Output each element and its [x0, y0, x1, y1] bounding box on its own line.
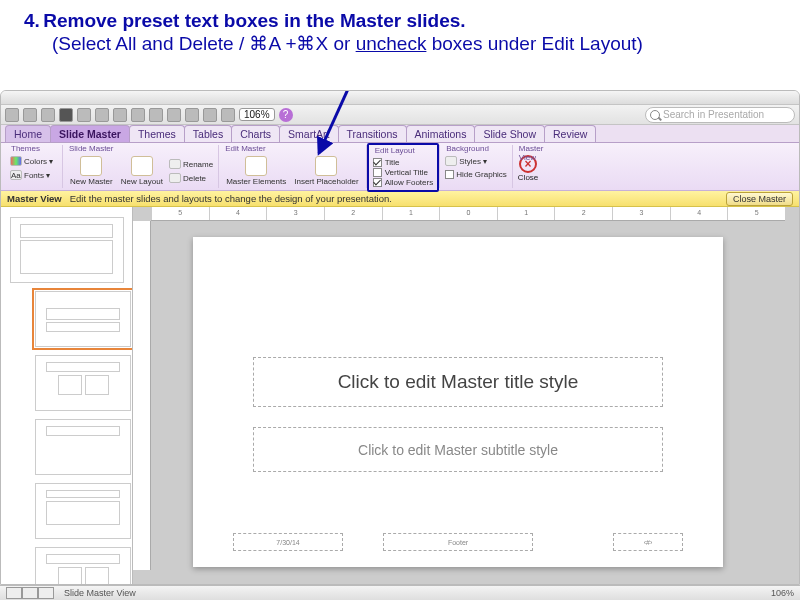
info-bar-label: Master View [7, 193, 62, 204]
normal-view-button[interactable] [6, 587, 22, 599]
search-placeholder: Search in Presentation [663, 109, 764, 120]
styles-button[interactable]: Styles ▾ [445, 156, 507, 166]
slide-canvas[interactable]: 54321012345 Click to edit Master title s… [133, 207, 799, 584]
uncheck-word: uncheck [356, 33, 427, 54]
date-placeholder[interactable]: 7/30/14 [233, 533, 343, 551]
help-icon[interactable]: ? [279, 108, 293, 122]
vertical-title-checkbox[interactable]: Vertical Title [373, 168, 433, 177]
tab-slideshow[interactable]: Slide Show [474, 125, 545, 142]
checkbox-icon [373, 168, 382, 177]
layout-thumbnail[interactable] [35, 547, 131, 584]
step-subline: (Select All and Delete / ⌘A +⌘X or unche… [24, 32, 776, 55]
horizontal-ruler: 54321012345 [151, 207, 785, 221]
status-bar: Slide Master View 106% [0, 585, 800, 600]
group-edit-master: Edit Master Master Elements Insert Place… [219, 145, 367, 188]
page-number-placeholder[interactable]: ‹#› [613, 533, 683, 551]
master-thumbnail[interactable] [10, 217, 124, 283]
zoom-dropdown[interactable]: 106% [239, 108, 275, 121]
new-layout-button[interactable]: New Layout [119, 155, 165, 187]
colors-button[interactable]: Colors ▾ [10, 156, 57, 166]
step-number: 4. [24, 10, 40, 31]
group-master-view: Master View × Close [513, 145, 543, 188]
layout-thumbnail[interactable] [35, 291, 131, 347]
tab-themes[interactable]: Themes [129, 125, 185, 142]
instruction-block: 4. Remove preset text boxes in the Maste… [0, 0, 800, 69]
window-titlebar [1, 91, 799, 105]
tab-slide-master[interactable]: Slide Master [50, 125, 130, 142]
tab-home[interactable]: Home [5, 125, 51, 142]
slideshow-view-button[interactable] [38, 587, 54, 599]
info-bar-text: Edit the master slides and layouts to ch… [70, 193, 392, 204]
checkbox-icon [373, 158, 382, 167]
title-placeholder[interactable]: Click to edit Master title style [253, 357, 663, 407]
edit-layout-highlight: Edit Layout Title Vertical Title Allow F… [367, 143, 439, 192]
paste-icon[interactable] [131, 108, 145, 122]
close-master-button[interactable]: Close Master [726, 192, 793, 206]
vertical-ruler [133, 221, 151, 570]
copy-icon[interactable] [113, 108, 127, 122]
search-box[interactable]: Search in Presentation [645, 107, 795, 123]
master-view-info-bar: Master View Edit the master slides and l… [1, 191, 799, 207]
master-elements-button[interactable]: Master Elements [224, 155, 288, 187]
workspace: 54321012345 Click to edit Master title s… [1, 207, 799, 584]
view-buttons [6, 587, 54, 599]
tab-tables[interactable]: Tables [184, 125, 232, 142]
powerpoint-window: 106% ? Search in Presentation Home Slide… [0, 90, 800, 585]
footer-placeholder[interactable]: Footer [383, 533, 533, 551]
format-icon[interactable] [149, 108, 163, 122]
sorter-view-button[interactable] [22, 587, 38, 599]
ribbon-tabs: Home Slide Master Themes Tables Charts S… [1, 125, 799, 143]
tab-charts[interactable]: Charts [231, 125, 280, 142]
group-background: Background Styles ▾ Hide Graphics [440, 145, 513, 188]
step-title: Remove preset text boxes in the Master s… [43, 10, 465, 31]
qat-icon[interactable] [221, 108, 235, 122]
layout-thumbnail[interactable] [35, 419, 131, 475]
qat-icon[interactable] [41, 108, 55, 122]
title-checkbox[interactable]: Title [373, 158, 433, 167]
layout-thumbnail[interactable] [35, 483, 131, 539]
status-view-label: Slide Master View [64, 588, 136, 598]
slide-thumbnails-panel[interactable] [1, 207, 133, 584]
layout-thumbnail[interactable] [35, 355, 131, 411]
status-zoom: 106% [771, 588, 794, 598]
ribbon: Themes Colors ▾ AaFonts ▾ Slide Master N… [1, 143, 799, 191]
qat-icon[interactable] [203, 108, 217, 122]
tab-transitions[interactable]: Transitions [338, 125, 407, 142]
tab-review[interactable]: Review [544, 125, 596, 142]
checkbox-icon [373, 178, 382, 187]
group-slide-master: Slide Master New Master New Layout Renam… [63, 145, 219, 188]
subtitle-placeholder[interactable]: Click to edit Master subtitle style [253, 427, 663, 472]
hide-graphics-checkbox[interactable]: Hide Graphics [445, 170, 507, 179]
qat-icon[interactable] [5, 108, 19, 122]
fonts-button[interactable]: AaFonts ▾ [10, 170, 57, 180]
group-themes: Themes Colors ▾ AaFonts ▾ [5, 145, 63, 188]
checkbox-icon [445, 170, 454, 179]
print-icon[interactable] [77, 108, 91, 122]
rename-button[interactable]: Rename [169, 159, 213, 169]
group-edit-layout: Edit Layout Title Vertical Title Allow F… [367, 145, 440, 188]
save-icon[interactable] [59, 108, 73, 122]
undo-icon[interactable] [167, 108, 181, 122]
allow-footers-checkbox[interactable]: Allow Footers [373, 178, 433, 187]
insert-placeholder-button[interactable]: Insert Placeholder [292, 155, 360, 187]
cut-icon[interactable] [95, 108, 109, 122]
quick-access-toolbar: 106% ? Search in Presentation [1, 105, 799, 125]
new-master-button[interactable]: New Master [68, 155, 115, 187]
master-slide[interactable]: Click to edit Master title style Click t… [193, 237, 723, 567]
redo-icon[interactable] [185, 108, 199, 122]
tab-animations[interactable]: Animations [406, 125, 476, 142]
qat-icon[interactable] [23, 108, 37, 122]
tab-smartart[interactable]: SmartArt [279, 125, 338, 142]
search-icon [650, 110, 660, 120]
delete-button[interactable]: Delete [169, 173, 213, 183]
